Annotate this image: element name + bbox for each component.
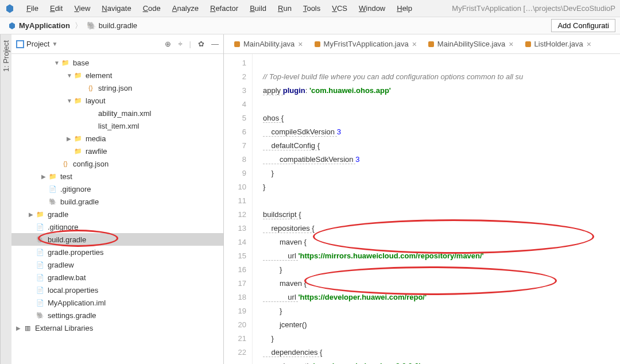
line-number: 21: [224, 332, 246, 346]
folder-icon: 📁: [73, 96, 83, 105]
tree-item-string-json[interactable]: {}string.json: [11, 82, 223, 94]
menu-file[interactable]: File: [21, 4, 44, 13]
menu-tools[interactable]: Tools: [297, 4, 326, 13]
close-tab-icon[interactable]: ×: [412, 40, 417, 49]
project-pane-header: Project ▼ ⊕ ÷ | ✿ —: [11, 34, 223, 54]
tree-item-gradle-properties[interactable]: 📄gradle.properties: [11, 246, 223, 258]
breadcrumb-file-label: build.gradle: [99, 21, 137, 30]
tree-item--gitignore[interactable]: 📄.gitignore: [11, 183, 223, 195]
tree-item-settings-gradle[interactable]: 🐘settings.gradle: [11, 309, 223, 322]
editor-tab-ListHolder-java[interactable]: ListHolder.java×: [520, 34, 597, 53]
close-tab-icon[interactable]: ×: [509, 40, 513, 49]
json-icon: {}: [86, 83, 95, 92]
folder-icon: 📁: [48, 172, 57, 181]
add-configuration-button[interactable]: Add Configurati: [551, 19, 615, 32]
tree-item-label: settings.gradle: [48, 311, 96, 320]
folder-icon: 📁: [73, 134, 83, 143]
line-number: 8: [224, 153, 246, 166]
line-gutter: 12345678910111213141516171819202122: [224, 54, 253, 364]
tree-item-gradlew-bat[interactable]: 📄gradlew.bat: [11, 271, 223, 284]
tree-item-build-gradle[interactable]: 🐘build.gradle: [11, 195, 223, 208]
file-icon: 📄: [48, 184, 57, 193]
xml-icon: [86, 121, 95, 130]
tree-item-rawfile[interactable]: 📁rawfile: [11, 145, 223, 157]
project-tool-tab[interactable]: 1: Project: [0, 34, 11, 364]
code-line: }: [263, 169, 274, 177]
file-icon: 📄: [36, 260, 45, 269]
window-title: MyFristTvApplication […\projects\DevEcoS…: [452, 4, 615, 13]
tree-item-layout[interactable]: ▼📁layout: [11, 94, 223, 107]
tree-item-External-Libraries[interactable]: ▶▥External Libraries: [11, 322, 223, 334]
code-line: }: [263, 334, 274, 343]
editor-tab-MainAbility-java[interactable]: MainAbility.java×: [228, 34, 309, 53]
svg-rect-0: [17, 41, 24, 48]
hide-icon[interactable]: —: [211, 40, 219, 48]
breadcrumb-project[interactable]: MyApplication: [5, 20, 73, 31]
code-line: }: [263, 265, 282, 274]
menu-window[interactable]: Window: [353, 4, 391, 13]
close-tab-icon[interactable]: ×: [587, 40, 591, 49]
menu-edit[interactable]: Edit: [44, 4, 68, 13]
line-number: 16: [224, 263, 246, 277]
tree-item-label: element: [86, 71, 112, 80]
tree-item-list_item-xml[interactable]: list_item.xml: [11, 119, 223, 132]
tree-item-gradlew[interactable]: 📄gradlew: [11, 258, 223, 271]
tree-item-build-gradle[interactable]: 🐘build.gradle: [11, 233, 223, 246]
line-number: 6: [224, 125, 246, 139]
tree-item-label: build.gradle: [48, 235, 86, 244]
line-number: 1: [224, 56, 246, 70]
expand-arrow-icon: ▼: [67, 98, 73, 104]
tree-item-test[interactable]: ▶📁test: [11, 170, 223, 183]
annotation-oval-url2: [304, 266, 557, 295]
tab-label: MyFristTvApplication.java: [324, 40, 409, 48]
tree-item-ability_main-xml[interactable]: ability_main.xml: [11, 107, 223, 119]
menu-vcs[interactable]: VCS: [326, 4, 353, 13]
menu-items: FileEditViewNavigateCodeAnalyzeRefactorB…: [21, 4, 418, 13]
tree-item-config-json[interactable]: {}config.json: [11, 157, 223, 170]
close-tab-icon[interactable]: ×: [298, 40, 303, 49]
editor-tab-MyFristTvApplication-java[interactable]: MyFristTvApplication.java×: [309, 34, 423, 53]
tree-item-media[interactable]: ▶📁media: [11, 132, 223, 145]
file-icon: 📄: [36, 247, 45, 257]
tree-item-base[interactable]: ▼📁base: [11, 56, 223, 69]
project-view-selector[interactable]: Project ▼: [16, 40, 57, 48]
tree-item-MyApplication-iml[interactable]: 📄MyApplication.iml: [11, 296, 223, 309]
tab-label: MainAbilitySlice.java: [437, 40, 506, 48]
breadcrumb-file[interactable]: 🐘 build.gradle: [83, 20, 141, 31]
code-content[interactable]: // Top-level build file where you can ad…: [253, 54, 620, 364]
line-number: 2: [224, 70, 246, 84]
settings-icon[interactable]: ✿: [198, 40, 204, 48]
menu-code[interactable]: Code: [137, 4, 166, 13]
tree-item-gradle[interactable]: ▶📁gradle: [11, 208, 223, 220]
code-line: }: [263, 307, 282, 315]
tree-item--gitignore[interactable]: 📄.gitignore: [11, 220, 223, 233]
code-line: maven {: [263, 279, 307, 288]
tree-item-element[interactable]: ▼📁element: [11, 69, 223, 82]
editor-tab-MainAbilitySlice-java[interactable]: MainAbilitySlice.java×: [423, 34, 520, 53]
menu-help[interactable]: Help: [391, 4, 418, 13]
line-number: 12: [224, 208, 246, 222]
xml-icon: [86, 109, 95, 118]
line-number: 13: [224, 222, 246, 235]
locate-icon[interactable]: ⊕: [165, 40, 171, 48]
project-tree[interactable]: ▼📁base▼📁element{}string.json▼📁layoutabil…: [11, 54, 223, 364]
menu-build[interactable]: Build: [244, 4, 272, 13]
folder-icon: 📁: [61, 58, 70, 67]
collapse-icon[interactable]: ÷: [178, 40, 182, 48]
tree-item-label: gradle: [48, 210, 68, 219]
folder-icon: 📁: [73, 71, 83, 80]
menu-refactor[interactable]: Refactor: [204, 4, 244, 13]
menu-analyze[interactable]: Analyze: [166, 4, 204, 13]
menu-view[interactable]: View: [68, 4, 96, 13]
menu-run[interactable]: Run: [272, 4, 297, 13]
menu-navigate[interactable]: Navigate: [96, 4, 137, 13]
lib-icon: ▥: [23, 323, 32, 332]
code-editor[interactable]: 12345678910111213141516171819202122 // T…: [224, 54, 620, 364]
expand-arrow-icon: ▶: [67, 135, 73, 142]
file-type-icon: [428, 41, 434, 47]
file-icon: 📄: [36, 298, 45, 307]
tree-item-local-properties[interactable]: 📄local.properties: [11, 284, 223, 296]
tree-item-label: MyApplication.iml: [48, 299, 106, 307]
line-number: 18: [224, 291, 246, 304]
code-line: }: [263, 183, 265, 191]
